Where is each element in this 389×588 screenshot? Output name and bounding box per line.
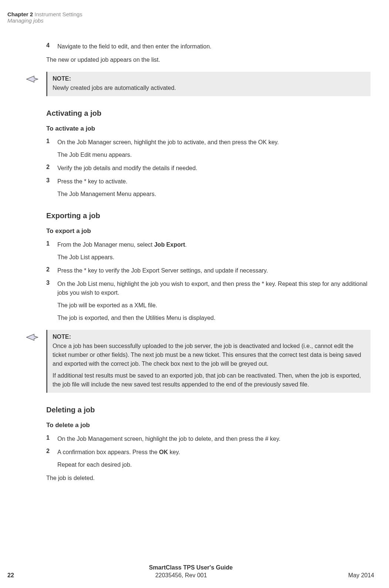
step-text: A confirmation box appears. Press the OK…: [57, 448, 180, 457]
text-post: key.: [168, 449, 180, 455]
activate-step-2: 2 Verify the job details and modify the …: [46, 164, 370, 173]
footer-date: May 2014: [348, 572, 374, 579]
export-step-1: 1 From the Job Manager menu, select Job …: [46, 240, 370, 262]
step-text: Press the * key to verify the Job Export…: [57, 266, 268, 275]
step-result: Repeat for each desired job.: [57, 460, 370, 469]
arrow-icon: [26, 333, 41, 393]
text-pre: A confirmation box appears. Press the: [57, 449, 159, 455]
step-text: On the Job Management screen, highlight …: [57, 435, 281, 443]
sub-heading-export: To export a job: [46, 227, 370, 235]
text-pre: From the Job Manager menu, select: [57, 241, 154, 248]
section-heading-exporting: Exporting a job: [46, 212, 370, 220]
export-step-2: 2 Press the * key to verify the Job Expo…: [46, 266, 370, 275]
activate-step-3: 3 Press the * key to activate. The Job M…: [46, 177, 370, 199]
step-text: Navigate to the field to edit, and then …: [57, 42, 211, 51]
step-number: 1: [46, 435, 57, 443]
text-post: .: [185, 241, 187, 248]
activate-step-1: 1 On the Job Manager screen, highlight t…: [46, 138, 370, 159]
step-text: On the Job Manager screen, highlight the…: [57, 138, 279, 147]
export-step-3: 3 On the Job List menu, highlight the jo…: [46, 280, 370, 322]
note-body: Newly created jobs are automatically act…: [53, 84, 365, 92]
page-footer: SmartClass TPS User's Guide 22 22035456,…: [7, 564, 374, 579]
section-heading-activating: Activating a job: [46, 109, 370, 118]
note-title: NOTE:: [53, 75, 365, 82]
chapter-title: Instrument Settings: [34, 11, 82, 17]
page-content: 4 Navigate to the field to edit, and the…: [46, 42, 370, 483]
note-body-2: If additional test results must be saved…: [53, 371, 365, 389]
step-4: 4 Navigate to the field to edit, and the…: [46, 42, 370, 51]
text-bold: OK: [159, 449, 168, 455]
step-result-2: The job is exported, and then the Utilit…: [57, 314, 370, 322]
chapter-line: Chapter 2 Instrument Settings: [7, 11, 374, 17]
step-number: 2: [46, 164, 57, 173]
delete-result: The job is deleted.: [46, 474, 370, 483]
step-text: On the Job List menu, highlight the job …: [57, 280, 370, 297]
footer-title: SmartClass TPS User's Guide: [7, 564, 374, 571]
step-number: 4: [46, 42, 57, 51]
note-title: NOTE:: [53, 334, 365, 340]
step-result: The Job Edit menu appears.: [57, 151, 370, 159]
note-block-2: NOTE: Once a job has been successfully u…: [26, 330, 370, 393]
section-italic: Managing jobs: [7, 17, 374, 24]
footer-page-number: 22: [7, 572, 14, 579]
step-number: 2: [46, 266, 57, 275]
sub-heading-delete: To delete a job: [46, 422, 370, 429]
footer-row: 22 22035456, Rev 001 May 2014: [7, 572, 374, 579]
step-text: Press the * key to activate.: [57, 177, 127, 186]
step-number: 1: [46, 240, 57, 249]
sub-heading-activate: To activate a job: [46, 125, 370, 132]
step-text: Verify the job details and modify the de…: [57, 164, 197, 173]
arrow-icon: [26, 75, 41, 96]
delete-step-2: 2 A confirmation box appears. Press the …: [46, 448, 370, 469]
step-result: The Job List appears.: [57, 253, 370, 262]
step-result: The Job Management Menu appears.: [57, 190, 370, 199]
step-text: From the Job Manager menu, select Job Ex…: [57, 240, 187, 249]
chapter-bold: Chapter 2: [7, 11, 33, 17]
text-bold: Job Export: [154, 241, 185, 248]
step-number: 2: [46, 448, 57, 457]
result-text: The new or updated job appears on the li…: [46, 55, 370, 64]
note-body-1: Once a job has been successfully uploade…: [53, 342, 365, 368]
footer-docnum: 22035456, Rev 001: [155, 572, 207, 579]
step-number: 3: [46, 280, 57, 297]
delete-step-1: 1 On the Job Management screen, highligh…: [46, 435, 370, 443]
note-box: NOTE: Newly created jobs are automatical…: [46, 72, 370, 96]
step-result: The job will be exported as a XML file.: [57, 301, 370, 310]
note-block-1: NOTE: Newly created jobs are automatical…: [26, 72, 370, 96]
section-heading-deleting: Deleting a job: [46, 406, 370, 414]
note-box: NOTE: Once a job has been successfully u…: [46, 330, 370, 393]
step-number: 3: [46, 177, 57, 186]
page-header: Chapter 2 Instrument Settings Managing j…: [7, 11, 374, 24]
step-number: 1: [46, 138, 57, 147]
